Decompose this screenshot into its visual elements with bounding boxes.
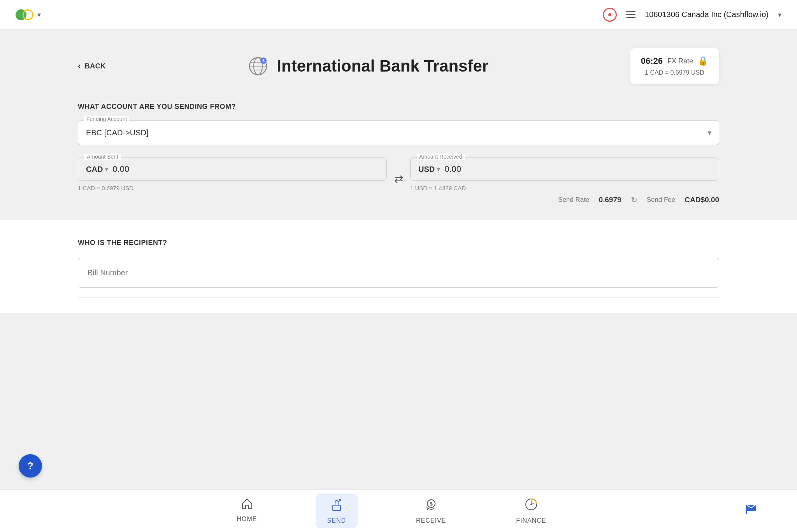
- amount-sent-field: Amount Sent CAD ▾: [78, 158, 387, 181]
- funding-account-label: Funding Account: [84, 116, 129, 122]
- help-fab-label: ?: [27, 460, 33, 472]
- nav-finance-label: FINANCE: [516, 517, 546, 524]
- rate-received-hint: 1 USD = 1.4329 CAD: [410, 185, 719, 191]
- receive-icon: $: [424, 497, 438, 514]
- amount-sent-container: Amount Sent CAD ▾ 1 CAD = 0.6979 USD: [78, 158, 387, 191]
- hamburger-menu[interactable]: [626, 11, 635, 18]
- send-fee-value: CAD$0.00: [685, 196, 719, 204]
- sending-section: ‹ BACK $ International Bank Transfer 06:…: [0, 30, 797, 220]
- fx-rate-card: 06:26 FX Rate 🔒 1 CAD = 0.6979 USD: [630, 48, 719, 84]
- nav-home-label: HOME: [237, 516, 257, 523]
- svg-text:$: $: [263, 59, 265, 63]
- send-rate-row: Send Rate 0.6979 ↻ Send Fee CAD$0.00: [78, 195, 719, 205]
- back-button[interactable]: ‹ BACK: [78, 61, 106, 71]
- lock-icon: 🔒: [698, 56, 708, 66]
- nav-item-finance[interactable]: FINANCE: [504, 494, 558, 528]
- nav-item-home[interactable]: HOME: [225, 494, 269, 528]
- funding-account-field: Funding Account EBC [CAD->USD] ▾: [78, 120, 719, 145]
- bill-number-input[interactable]: [78, 258, 719, 288]
- svg-text:$: $: [430, 501, 433, 507]
- globe-icon: $: [247, 55, 269, 77]
- funding-account-select[interactable]: EBC [CAD->USD]: [78, 120, 719, 145]
- currency-received-selector[interactable]: USD ▾: [418, 165, 440, 174]
- currency-received-value: USD: [418, 165, 435, 174]
- header-right: 10601306 Canada Inc (Cashflow.io) ▾: [603, 8, 781, 22]
- currency-sent-value: CAD: [86, 165, 103, 174]
- header-chevron-icon[interactable]: ▾: [778, 10, 781, 19]
- nav-item-send[interactable]: SEND: [316, 494, 358, 528]
- logo[interactable]: ▾: [16, 9, 41, 20]
- amount-sent-label: Amount Sent: [84, 154, 121, 160]
- app-header: ▾ 10601306 Canada Inc (Cashflow.io) ▾: [0, 0, 797, 30]
- amount-received-container: Amount Received USD ▾ 1 USD = 1.4329 CAD: [410, 158, 719, 191]
- header-left: ▾: [16, 9, 41, 20]
- send-rate-label: Send Rate: [558, 196, 589, 204]
- nav-send-label: SEND: [327, 517, 346, 524]
- flag-button[interactable]: [744, 502, 758, 519]
- send-rate-value: 0.6979: [599, 196, 621, 204]
- amount-received-input[interactable]: [444, 164, 711, 174]
- svg-point-11: [530, 504, 532, 505]
- recipient-section-title: WHO IS THE RECIPIENT?: [78, 239, 719, 247]
- amount-sent-input[interactable]: [112, 164, 379, 174]
- nav-receive-label: RECEIVE: [416, 517, 446, 524]
- logo-chevron: ▾: [37, 10, 41, 19]
- logo-icon: [16, 9, 33, 20]
- currency-sent-selector[interactable]: CAD ▾: [86, 165, 108, 174]
- fx-card-top: 06:26 FX Rate 🔒: [641, 56, 708, 66]
- fx-label: FX Rate: [667, 57, 693, 65]
- help-circle-icon[interactable]: [603, 8, 617, 22]
- nav-item-receive[interactable]: $ RECEIVE: [404, 494, 458, 528]
- fx-rate-text: 1 CAD = 0.6979 USD: [641, 69, 708, 76]
- company-name: 10601306 Canada Inc (Cashflow.io): [645, 10, 769, 19]
- divider: [78, 297, 719, 298]
- fx-time: 06:26: [641, 56, 663, 66]
- amount-received-label: Amount Received: [417, 154, 465, 160]
- sending-section-title: WHAT ACCOUNT ARE YOU SENDING FROM?: [78, 103, 719, 111]
- currency-received-chevron: ▾: [437, 166, 440, 172]
- refresh-icon[interactable]: ↻: [631, 195, 637, 205]
- svg-rect-7: [333, 505, 341, 511]
- page-title-area: $ International Bank Transfer: [106, 55, 630, 77]
- page-title: International Bank Transfer: [277, 57, 488, 75]
- swap-button[interactable]: ⇄: [387, 163, 410, 186]
- rate-sent-hint: 1 CAD = 0.6979 USD: [78, 185, 387, 191]
- bottom-nav: HOME SEND $: [0, 489, 797, 532]
- amount-received-field: Amount Received USD ▾: [410, 158, 719, 181]
- logo-circle-yellow: [23, 9, 33, 20]
- nav-items: HOME SEND $: [39, 494, 744, 528]
- back-label: BACK: [85, 62, 106, 70]
- home-icon: [241, 497, 253, 513]
- send-icon: [330, 497, 344, 514]
- swap-icon: ⇄: [394, 173, 403, 186]
- help-fab-button[interactable]: ?: [19, 454, 42, 478]
- amount-received-inner: USD ▾: [418, 164, 711, 174]
- recipient-section: WHO IS THE RECIPIENT?: [0, 220, 797, 313]
- currency-sent-chevron: ▾: [105, 166, 108, 172]
- back-arrow-icon: ‹: [78, 61, 81, 71]
- finance-icon: [524, 497, 538, 514]
- send-fee-label: Send Fee: [647, 196, 676, 204]
- amount-sent-inner: CAD ▾: [86, 164, 379, 174]
- amounts-row: Amount Sent CAD ▾ 1 CAD = 0.6979 USD ⇄ A…: [78, 158, 719, 191]
